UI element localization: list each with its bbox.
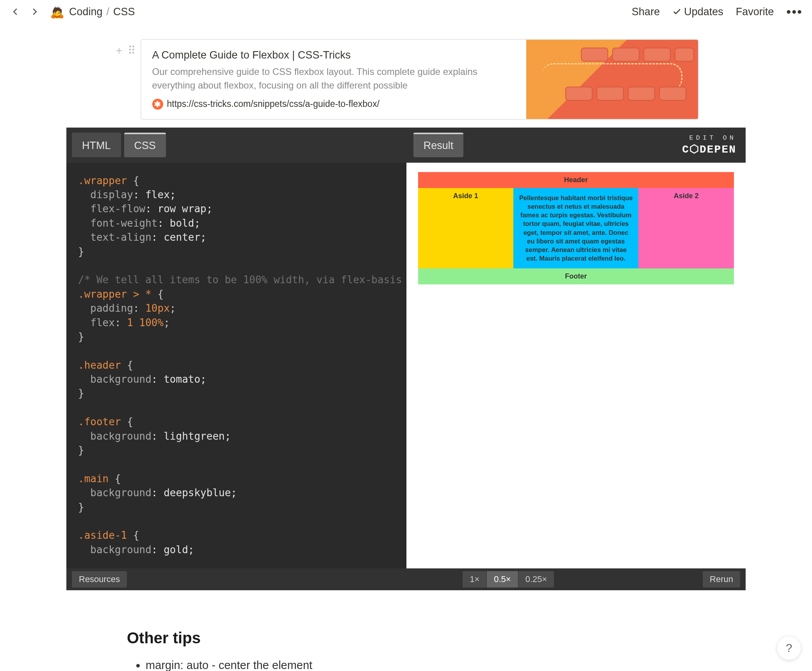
forward-button[interactable] xyxy=(29,6,41,18)
breadcrumb-current[interactable]: CSS xyxy=(113,6,135,18)
codepen-result-pane: Header Aside 1 Pellentesque habitant mor… xyxy=(406,163,746,568)
other-tips-heading: Other tips xyxy=(127,629,685,647)
codepen-tab-css[interactable]: CSS xyxy=(124,133,166,157)
bookmark-url: https://css-tricks.com/snippets/css/a-gu… xyxy=(167,99,380,109)
breadcrumb-separator: / xyxy=(107,6,110,18)
codepen-embed: HTML CSS Result EDIT ON C⬡DEPEN .wrapper… xyxy=(66,128,746,590)
codepen-tab-html[interactable]: HTML xyxy=(72,133,121,157)
codepen-footer: Resources 1× 0.5× 0.25× Rerun xyxy=(66,568,746,590)
bookmark-favicon: ✱ xyxy=(152,99,163,110)
codepen-resources-button[interactable]: Resources xyxy=(72,571,127,588)
zoom-025x-button[interactable]: 0.25× xyxy=(518,571,554,588)
bookmark-description: Our comprehensive guide to CSS flexbox l… xyxy=(152,65,515,92)
codepen-zoom-group: 1× 0.5× 0.25× xyxy=(463,571,554,588)
bookmark-body: A Complete Guide to Flexbox | CSS-Tricks… xyxy=(141,40,526,119)
nav-arrows xyxy=(9,6,41,18)
demo-header: Header xyxy=(418,172,734,188)
updates-label: Updates xyxy=(684,6,723,18)
bookmark-url-row: ✱ https://css-tricks.com/snippets/css/a-… xyxy=(152,99,515,110)
help-button[interactable]: ? xyxy=(777,636,801,660)
back-button[interactable] xyxy=(9,6,21,18)
topbar: 🙇 Coding / CSS Share Updates Favorite ••… xyxy=(0,0,812,23)
codepen-code-pane[interactable]: .wrapper { display: flex; flex-flow: row… xyxy=(66,163,406,568)
zoom-05x-button[interactable]: 0.5× xyxy=(486,571,518,588)
drag-handle[interactable]: ⠿ xyxy=(128,44,136,57)
codepen-brand[interactable]: EDIT ON C⬡DEPEN xyxy=(682,134,736,156)
page-icon: 🙇 xyxy=(50,5,64,19)
bookmark-title: A Complete Guide to Flexbox | CSS-Tricks xyxy=(152,49,515,61)
breadcrumb-parent[interactable]: Coding xyxy=(69,6,103,18)
topbar-actions: Share Updates Favorite ••• xyxy=(632,4,803,20)
demo-aside-2: Aside 2 xyxy=(638,188,734,268)
codepen-brand-top: EDIT ON xyxy=(682,134,736,142)
updates-button[interactable]: Updates xyxy=(672,6,723,18)
share-button[interactable]: Share xyxy=(632,6,660,18)
bookmark-card[interactable]: A Complete Guide to Flexbox | CSS-Tricks… xyxy=(141,39,699,120)
codepen-brand-bottom: C⬡DEPEN xyxy=(682,142,736,156)
other-tips-section: Other tips margin: auto - center the ele… xyxy=(127,629,685,671)
favorite-button[interactable]: Favorite xyxy=(736,6,774,18)
tip-item: margin: auto - center the element xyxy=(146,656,685,671)
demo-aside-1: Aside 1 xyxy=(418,188,514,268)
zoom-1x-button[interactable]: 1× xyxy=(463,571,486,588)
add-block-button[interactable]: ＋ xyxy=(114,43,125,58)
codepen-tab-result[interactable]: Result xyxy=(413,133,464,157)
demo-footer: Footer xyxy=(418,268,734,284)
codepen-header: HTML CSS Result EDIT ON C⬡DEPEN xyxy=(66,128,746,163)
codepen-rerun-button[interactable]: Rerun xyxy=(703,571,740,588)
more-button[interactable]: ••• xyxy=(786,4,803,20)
demo-main: Pellentesque habitant morbi tristique se… xyxy=(513,188,638,268)
bookmark-thumbnail xyxy=(526,40,698,119)
block-handles: ＋ ⠿ xyxy=(114,39,136,58)
